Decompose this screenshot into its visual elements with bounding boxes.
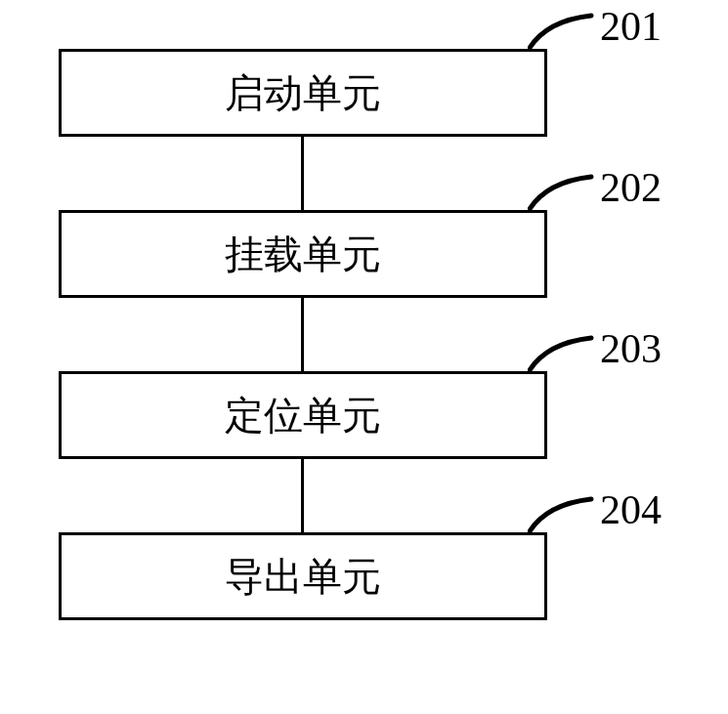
block-locate-unit: 203 定位单元 <box>59 371 547 459</box>
block-label: 启动单元 <box>225 66 381 120</box>
block-label: 挂载单元 <box>225 228 381 281</box>
callout-202: 202 <box>528 172 662 211</box>
connector-line <box>301 459 304 532</box>
block-label: 导出单元 <box>225 550 381 604</box>
callout-curve-icon <box>528 494 596 533</box>
callout-curve-icon <box>528 11 596 50</box>
callout-curve-icon <box>528 172 596 211</box>
callout-201: 201 <box>528 11 662 50</box>
connector-line <box>301 137 304 210</box>
block-export-unit: 204 导出单元 <box>59 532 547 620</box>
connector-line <box>301 298 304 371</box>
callout-number: 203 <box>600 325 662 372</box>
callout-number: 202 <box>600 164 662 211</box>
callout-203: 203 <box>528 333 662 372</box>
block-label: 定位单元 <box>225 389 381 442</box>
callout-204: 204 <box>528 494 662 533</box>
block-mount-unit: 202 挂载单元 <box>59 210 547 298</box>
callout-number: 201 <box>600 3 662 50</box>
flowchart-diagram: 201 启动单元 202 挂载单元 203 定位单元 <box>59 49 674 620</box>
block-startup-unit: 201 启动单元 <box>59 49 547 137</box>
callout-curve-icon <box>528 333 596 372</box>
callout-number: 204 <box>600 486 662 533</box>
